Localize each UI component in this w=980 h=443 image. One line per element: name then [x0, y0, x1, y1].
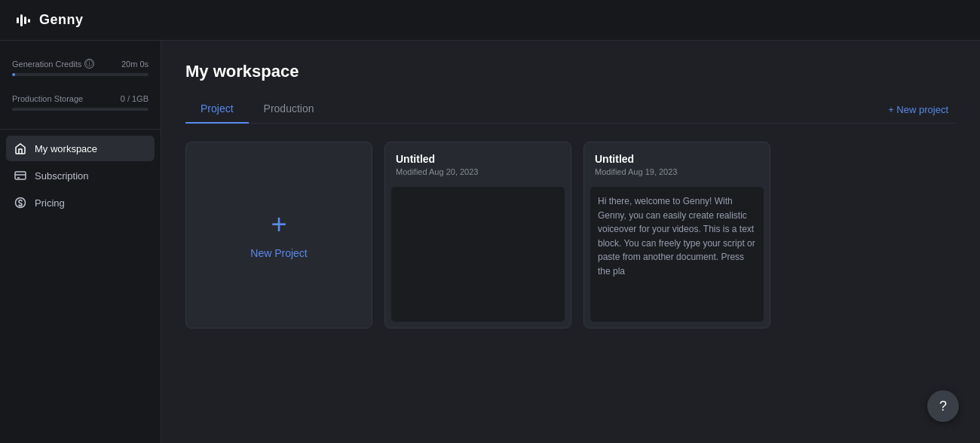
- tab-production[interactable]: Production: [249, 96, 329, 124]
- cards-grid: + New Project Untitled Modified Aug 20, …: [185, 142, 956, 328]
- storage-header: Production Storage 0 / 1GB: [12, 94, 149, 103]
- logo: Genny: [14, 10, 84, 31]
- sidebar: Generation Credits ⓘ 20m 0s Production S…: [0, 41, 161, 443]
- help-button[interactable]: ?: [927, 390, 959, 422]
- tabs-left: Project Production: [185, 96, 329, 123]
- project-card-1-date: Modified Aug 20, 2023: [396, 167, 560, 176]
- svg-rect-0: [17, 17, 19, 23]
- genny-logo-svg: [14, 10, 35, 31]
- sidebar-nav: My workspace Subscription: [0, 136, 161, 215]
- sidebar-item-subscription[interactable]: Subscription: [6, 163, 155, 188]
- tab-project[interactable]: Project: [185, 96, 249, 124]
- credits-info-icon[interactable]: ⓘ: [84, 59, 94, 69]
- topbar: Genny: [0, 0, 980, 41]
- project-card-1-header: Untitled Modified Aug 20, 2023: [385, 142, 571, 181]
- tabs-bar: Project Production + New project: [185, 96, 956, 124]
- credits-header: Generation Credits ⓘ 20m 0s: [12, 59, 149, 69]
- project-card-1-title: Untitled: [396, 153, 560, 165]
- storage-label: Production Storage: [12, 94, 83, 103]
- project-card-1-preview: [391, 187, 565, 322]
- credits-label: Generation Credits: [12, 60, 81, 69]
- home-icon: [14, 142, 27, 155]
- sidebar-item-my-workspace[interactable]: My workspace: [6, 136, 155, 161]
- project-card-2[interactable]: Untitled Modified Aug 19, 2023 Hi there,…: [583, 142, 770, 328]
- sidebar-item-pricing[interactable]: Pricing: [6, 190, 155, 215]
- pricing-icon: [14, 196, 27, 209]
- project-card-2-header: Untitled Modified Aug 19, 2023: [584, 142, 770, 181]
- sidebar-divider: [0, 129, 161, 130]
- subscription-icon: [14, 169, 27, 182]
- generation-credits-section: Generation Credits ⓘ 20m 0s: [0, 53, 161, 88]
- svg-rect-3: [28, 19, 30, 23]
- new-project-button[interactable]: + New project: [880, 99, 956, 120]
- svg-rect-2: [24, 17, 26, 24]
- project-card-2-date: Modified Aug 19, 2023: [595, 167, 759, 176]
- sidebar-item-pricing-label: Pricing: [35, 197, 65, 209]
- project-card-2-title: Untitled: [595, 153, 759, 165]
- page-title: My workspace: [185, 62, 956, 81]
- new-project-card-label: New Project: [250, 247, 307, 259]
- svg-rect-1: [20, 14, 23, 26]
- storage-progress-bg: [12, 108, 149, 111]
- svg-rect-4: [15, 172, 26, 179]
- help-icon: ?: [939, 399, 947, 414]
- sidebar-item-subscription-label: Subscription: [35, 170, 89, 182]
- credits-value: 20m 0s: [121, 60, 149, 69]
- credits-progress-bg: [12, 73, 149, 76]
- new-project-card[interactable]: + New Project: [185, 142, 372, 328]
- storage-value: 0 / 1GB: [121, 94, 149, 103]
- main-layout: Generation Credits ⓘ 20m 0s Production S…: [0, 41, 980, 443]
- credits-progress-fill: [12, 73, 15, 76]
- project-card-1[interactable]: Untitled Modified Aug 20, 2023: [384, 142, 571, 328]
- content-area: My workspace Project Production + New pr…: [161, 41, 980, 443]
- production-storage-section: Production Storage 0 / 1GB: [0, 88, 161, 126]
- new-project-plus-icon: +: [271, 211, 286, 238]
- sidebar-item-my-workspace-label: My workspace: [35, 143, 97, 154]
- logo-text: Genny: [39, 12, 84, 28]
- project-card-2-preview: Hi there, welcome to Genny! With Genny, …: [590, 187, 764, 322]
- credits-label-row: Generation Credits ⓘ: [12, 59, 94, 69]
- logo-icon: [14, 10, 35, 31]
